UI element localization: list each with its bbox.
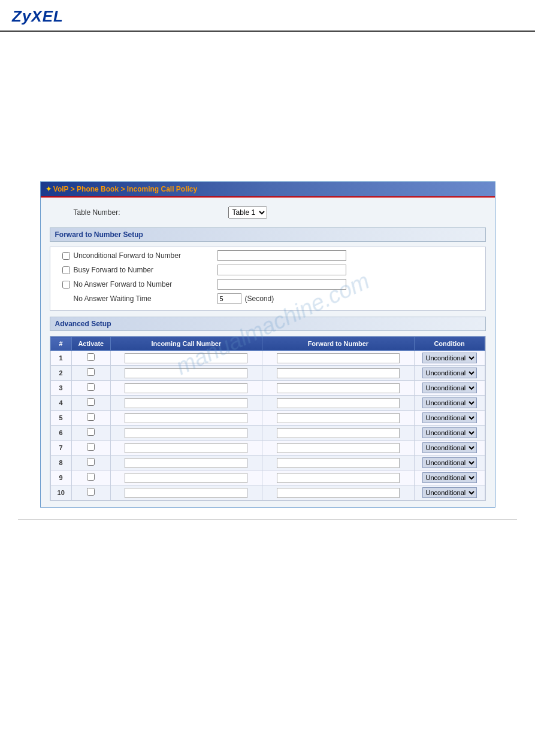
activate-checkbox-10[interactable]	[87, 488, 95, 496]
incoming-input-6[interactable]	[125, 428, 247, 438]
forward-input-6[interactable]	[277, 428, 400, 438]
forward-cell-9	[262, 470, 414, 485]
activate-checkbox-4[interactable]	[87, 398, 95, 406]
bottom-divider	[18, 520, 517, 520]
unconditional-forward-label: Unconditional Forward to Number	[74, 251, 217, 260]
forward-input-3[interactable]	[277, 383, 400, 393]
condition-cell-10: UnconditionalBusyNo Answer	[414, 485, 485, 500]
waiting-time-input[interactable]	[217, 293, 241, 304]
condition-select-4[interactable]: UnconditionalBusyNo Answer	[422, 397, 477, 408]
condition-select-3[interactable]: UnconditionalBusyNo Answer	[422, 382, 477, 393]
col-header-hash: #	[50, 337, 71, 351]
busy-forward-checkbox[interactable]	[62, 266, 70, 274]
activate-cell-9	[71, 470, 110, 485]
incoming-cell-4	[110, 396, 262, 411]
table-header-row: # Activate Incoming Call Number Forward …	[50, 337, 485, 351]
advanced-setup-panel: # Activate Incoming Call Number Forward …	[50, 336, 486, 501]
noanswer-forward-label: No Answer Forward to Number	[74, 280, 217, 289]
incoming-cell-9	[110, 470, 262, 485]
row-num-2: 2	[50, 366, 71, 381]
incoming-input-4[interactable]	[125, 398, 247, 408]
waiting-time-label: No Answer Waiting Time	[74, 294, 217, 303]
advanced-table: # Activate Incoming Call Number Forward …	[50, 336, 485, 500]
incoming-cell-1	[110, 351, 262, 366]
noanswer-forward-checkbox[interactable]	[62, 281, 70, 289]
table-row: 6UnconditionalBusyNo Answer	[50, 426, 485, 441]
incoming-input-3[interactable]	[125, 383, 247, 393]
activate-cell-7	[71, 441, 110, 456]
forward-input-2[interactable]	[277, 368, 400, 378]
incoming-input-2[interactable]	[125, 368, 247, 378]
forward-input-1[interactable]	[277, 353, 400, 363]
unconditional-forward-input[interactable]	[217, 250, 346, 261]
forward-cell-2	[262, 366, 414, 381]
activate-cell-8	[71, 456, 110, 470]
condition-cell-2: UnconditionalBusyNo Answer	[414, 366, 485, 381]
activate-checkbox-3[interactable]	[87, 383, 95, 391]
condition-select-5[interactable]: UnconditionalBusyNo Answer	[422, 412, 477, 423]
row-num-7: 7	[50, 441, 71, 456]
unconditional-forward-checkbox[interactable]	[62, 252, 70, 260]
forward-cell-7	[262, 441, 414, 456]
condition-cell-1: UnconditionalBusyNo Answer	[414, 351, 485, 366]
forward-input-7[interactable]	[277, 443, 400, 453]
activate-checkbox-8[interactable]	[87, 458, 95, 466]
table-row: 8UnconditionalBusyNo Answer	[50, 456, 485, 470]
forward-input-5[interactable]	[277, 413, 400, 423]
condition-select-7[interactable]: UnconditionalBusyNo Answer	[422, 442, 477, 453]
incoming-cell-7	[110, 441, 262, 456]
table-number-label: Table Number:	[74, 208, 120, 217]
activate-checkbox-9[interactable]	[87, 473, 95, 481]
incoming-cell-10	[110, 485, 262, 500]
condition-select-9[interactable]: UnconditionalBusyNo Answer	[422, 472, 477, 483]
activate-cell-5	[71, 411, 110, 426]
condition-select-2[interactable]: UnconditionalBusyNo Answer	[422, 368, 477, 378]
condition-cell-3: UnconditionalBusyNo Answer	[414, 381, 485, 396]
forward-cell-5	[262, 411, 414, 426]
waiting-time-row: No Answer Waiting Time (Second)	[74, 293, 479, 304]
table-number-select[interactable]: Table 1 Table 2 Table 3 Table 4	[228, 207, 267, 218]
activate-checkbox-2[interactable]	[87, 368, 95, 376]
incoming-input-8[interactable]	[125, 458, 247, 468]
incoming-cell-8	[110, 456, 262, 470]
condition-cell-6: UnconditionalBusyNo Answer	[414, 426, 485, 441]
col-header-activate: Activate	[71, 337, 110, 351]
activate-checkbox-6[interactable]	[87, 428, 95, 436]
forward-cell-10	[262, 485, 414, 500]
activate-checkbox-7[interactable]	[87, 443, 95, 451]
incoming-input-7[interactable]	[125, 443, 247, 453]
noanswer-forward-input[interactable]	[217, 279, 346, 290]
panel-titlebar: ✦ VoIP > Phone Book > Incoming Call Poli…	[41, 182, 495, 198]
table-row: 9UnconditionalBusyNo Answer	[50, 470, 485, 485]
activate-cell-10	[71, 485, 110, 500]
table-row: 5UnconditionalBusyNo Answer	[50, 411, 485, 426]
breadcrumb-voip-label: VoIP	[53, 185, 69, 193]
incoming-input-10[interactable]	[125, 488, 247, 498]
incoming-input-9[interactable]	[125, 473, 247, 483]
activate-cell-6	[71, 426, 110, 441]
activate-cell-4	[71, 396, 110, 411]
breadcrumb-sep1: >	[71, 185, 77, 193]
busy-forward-input[interactable]	[217, 265, 346, 275]
activate-checkbox-1[interactable]	[87, 353, 95, 361]
forward-input-9[interactable]	[277, 473, 400, 483]
condition-cell-5: UnconditionalBusyNo Answer	[414, 411, 485, 426]
forward-input-10[interactable]	[277, 488, 400, 498]
activate-checkbox-5[interactable]	[87, 413, 95, 421]
activate-cell-2	[71, 366, 110, 381]
row-num-4: 4	[50, 396, 71, 411]
activate-cell-1	[71, 351, 110, 366]
row-num-9: 9	[50, 470, 71, 485]
table-row: 1UnconditionalBusyNo Answer	[50, 351, 485, 366]
forward-input-4[interactable]	[277, 398, 400, 408]
condition-select-1[interactable]: UnconditionalBusyNo Answer	[422, 353, 477, 363]
forward-cell-3	[262, 381, 414, 396]
condition-select-10[interactable]: UnconditionalBusyNo Answer	[422, 487, 477, 498]
incoming-cell-2	[110, 366, 262, 381]
forward-input-8[interactable]	[277, 458, 400, 468]
incoming-input-5[interactable]	[125, 413, 247, 423]
incoming-input-1[interactable]	[125, 353, 247, 363]
condition-select-6[interactable]: UnconditionalBusyNo Answer	[422, 427, 477, 438]
condition-select-8[interactable]: UnconditionalBusyNo Answer	[422, 457, 477, 468]
main-panel: ✦ VoIP > Phone Book > Incoming Call Poli…	[40, 181, 495, 508]
